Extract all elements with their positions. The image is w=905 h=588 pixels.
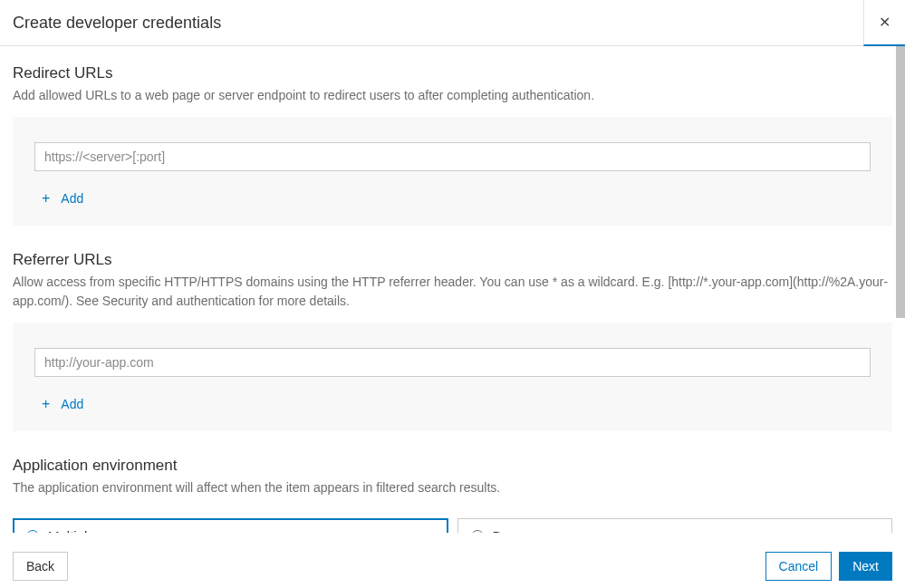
environment-option-multiple[interactable]: Multiple (13, 518, 448, 533)
modal-create-developer-credentials: Create developer credentials ✕ Redirect … (0, 0, 905, 588)
add-label: Add (61, 191, 83, 206)
modal-body[interactable]: Redirect URLs Add allowed URLs to a web … (0, 46, 905, 543)
radio-icon (471, 530, 484, 534)
section-redirect-urls: Redirect URLs Add allowed URLs to a web … (13, 64, 892, 226)
add-label: Add (61, 397, 83, 411)
scrollbar-thumb[interactable] (896, 46, 905, 318)
referrer-urls-title: Referrer URLs (13, 251, 892, 269)
scrollbar-track[interactable] (896, 46, 905, 543)
redirect-urls-title: Redirect URLs (13, 64, 892, 82)
next-button[interactable]: Next (839, 552, 892, 581)
redirect-urls-block: + Add (13, 117, 892, 226)
modal-title: Create developer credentials (13, 14, 221, 33)
radio-icon (26, 530, 39, 534)
environment-option-browser[interactable]: Browser (457, 518, 893, 533)
environment-option-label: Browser (493, 528, 543, 533)
referrer-url-add-button[interactable]: + Add (34, 397, 871, 411)
section-referrer-urls: Referrer URLs Allow access from specific… (13, 251, 892, 431)
referrer-urls-block: + Add (13, 323, 892, 431)
environment-option-label: Multiple (48, 528, 95, 533)
redirect-urls-description: Add allowed URLs to a web page or server… (13, 86, 892, 104)
referrer-url-input[interactable] (34, 348, 871, 377)
referrer-urls-description: Allow access from specific HTTP/HTTPS do… (13, 273, 892, 310)
cancel-button[interactable]: Cancel (765, 552, 833, 581)
environment-options: Multiple Browser (13, 518, 892, 533)
plus-icon: + (42, 191, 50, 206)
section-application-environment: Application environment The application … (13, 457, 892, 533)
application-environment-title: Application environment (13, 457, 892, 475)
plus-icon: + (42, 397, 50, 411)
redirect-url-input[interactable] (34, 142, 871, 171)
modal-header: Create developer credentials ✕ (0, 0, 905, 46)
close-icon: ✕ (879, 14, 891, 31)
modal-footer: Back Cancel Next (0, 543, 905, 588)
application-environment-description: The application environment will affect … (13, 478, 892, 496)
back-button[interactable]: Back (13, 552, 68, 581)
close-button[interactable]: ✕ (863, 0, 905, 46)
redirect-url-add-button[interactable]: + Add (34, 191, 871, 206)
